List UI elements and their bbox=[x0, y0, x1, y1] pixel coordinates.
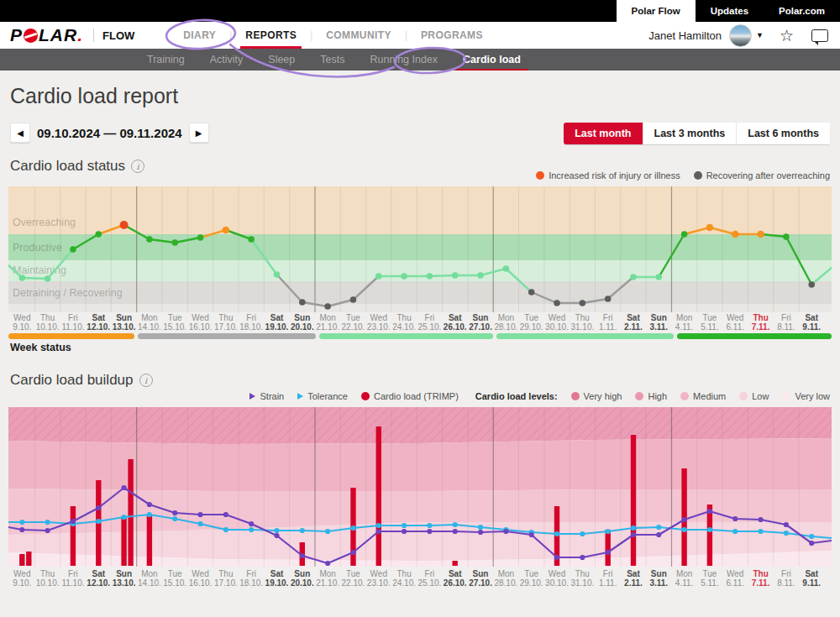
status-point[interactable] bbox=[580, 300, 586, 306]
status-point[interactable] bbox=[19, 275, 26, 281]
tolerance-point[interactable] bbox=[453, 522, 458, 527]
status-point[interactable] bbox=[70, 246, 76, 253]
info-icon[interactable]: i bbox=[139, 374, 153, 387]
feedback-chat-icon[interactable] bbox=[811, 29, 828, 42]
site-tab-updates[interactable]: Updates bbox=[696, 0, 764, 22]
trimp-bar[interactable] bbox=[26, 552, 31, 566]
strain-point[interactable] bbox=[554, 555, 559, 560]
status-point[interactable] bbox=[427, 273, 433, 280]
status-point[interactable] bbox=[554, 300, 560, 306]
tolerance-point[interactable] bbox=[274, 528, 279, 533]
strain-point[interactable] bbox=[707, 509, 712, 514]
tolerance-point[interactable] bbox=[197, 521, 202, 526]
subnav-item-training[interactable]: Training bbox=[134, 49, 197, 71]
tolerance-point[interactable] bbox=[656, 525, 661, 530]
nav-item-reports[interactable]: REPORTS bbox=[232, 22, 310, 49]
tolerance-point[interactable] bbox=[19, 520, 24, 525]
tolerance-point[interactable] bbox=[707, 527, 712, 532]
strain-point[interactable] bbox=[402, 529, 407, 534]
strain-point[interactable] bbox=[784, 522, 789, 527]
tolerance-point[interactable] bbox=[172, 516, 177, 521]
strain-point[interactable] bbox=[325, 561, 330, 566]
nav-item-diary[interactable]: DIARY bbox=[170, 22, 229, 49]
trimp-bar[interactable] bbox=[128, 459, 133, 566]
site-tab-polar-com[interactable]: Polar.com bbox=[764, 0, 840, 22]
tolerance-point[interactable] bbox=[402, 523, 407, 528]
strain-point[interactable] bbox=[147, 502, 152, 507]
trimp-bar[interactable] bbox=[376, 426, 381, 566]
trimp-bar[interactable] bbox=[606, 530, 611, 566]
status-point[interactable] bbox=[605, 295, 612, 302]
status-point[interactable] bbox=[757, 231, 764, 238]
status-point[interactable] bbox=[732, 231, 739, 238]
trimp-bar[interactable] bbox=[147, 515, 152, 566]
tolerance-point[interactable] bbox=[223, 527, 228, 532]
status-point[interactable] bbox=[146, 236, 153, 243]
subnav-item-activity[interactable]: Activity bbox=[197, 49, 256, 71]
prev-period-button[interactable]: ◀ bbox=[10, 123, 30, 143]
strain-point[interactable] bbox=[529, 532, 534, 537]
tolerance-point[interactable] bbox=[784, 531, 789, 536]
tolerance-point[interactable] bbox=[96, 519, 101, 524]
range-last-6-months-button[interactable]: Last 6 months bbox=[736, 123, 830, 144]
strain-point[interactable] bbox=[682, 517, 687, 522]
status-point[interactable] bbox=[630, 274, 637, 280]
tolerance-point[interactable] bbox=[758, 529, 763, 534]
strain-point[interactable] bbox=[427, 529, 432, 534]
range-last-month-button[interactable]: Last month bbox=[564, 123, 642, 144]
status-point[interactable] bbox=[808, 281, 815, 288]
status-point[interactable] bbox=[528, 289, 535, 295]
nav-item-community[interactable]: COMMUNITY bbox=[312, 22, 405, 49]
status-point[interactable] bbox=[503, 265, 510, 272]
cardio-load-buildup-chart[interactable] bbox=[8, 407, 832, 567]
strain-point[interactable] bbox=[732, 516, 738, 521]
trimp-bar[interactable] bbox=[19, 554, 24, 566]
strain-point[interactable] bbox=[172, 510, 177, 515]
status-point[interactable] bbox=[681, 231, 688, 238]
tolerance-point[interactable] bbox=[809, 534, 814, 539]
status-point[interactable] bbox=[299, 299, 306, 306]
status-point[interactable] bbox=[95, 231, 102, 238]
status-point[interactable] bbox=[324, 303, 331, 310]
status-point[interactable] bbox=[350, 296, 357, 303]
tolerance-point[interactable] bbox=[682, 527, 687, 532]
status-point[interactable] bbox=[197, 234, 204, 241]
chevron-down-icon[interactable]: ▼ bbox=[756, 31, 764, 39]
status-point[interactable] bbox=[401, 273, 407, 280]
tolerance-point[interactable] bbox=[478, 525, 483, 530]
status-point[interactable] bbox=[171, 239, 178, 246]
tolerance-point[interactable] bbox=[300, 528, 305, 533]
status-point[interactable] bbox=[477, 272, 484, 279]
info-icon[interactable]: i bbox=[131, 159, 144, 173]
strain-point[interactable] bbox=[376, 529, 381, 534]
avatar[interactable] bbox=[729, 24, 752, 47]
next-period-button[interactable]: ▶ bbox=[189, 123, 209, 143]
site-tab-polar-flow[interactable]: Polar Flow bbox=[617, 0, 696, 22]
strain-point[interactable] bbox=[71, 519, 76, 524]
range-last-3-months-button[interactable]: Last 3 months bbox=[643, 123, 737, 144]
tolerance-point[interactable] bbox=[325, 529, 330, 534]
trimp-bar[interactable] bbox=[71, 506, 76, 566]
status-point[interactable] bbox=[656, 274, 663, 280]
status-point[interactable] bbox=[452, 272, 459, 279]
subnav-item-cardio-load[interactable]: Cardio load bbox=[450, 49, 533, 71]
favorites-star-icon[interactable]: ☆ bbox=[780, 26, 794, 45]
trimp-bar[interactable] bbox=[121, 518, 126, 566]
status-point[interactable] bbox=[120, 221, 129, 229]
strain-point[interactable] bbox=[300, 553, 305, 558]
status-point[interactable] bbox=[248, 236, 255, 243]
status-point[interactable] bbox=[706, 224, 714, 232]
tolerance-point[interactable] bbox=[121, 515, 126, 520]
tolerance-point[interactable] bbox=[147, 512, 152, 517]
tolerance-point[interactable] bbox=[427, 523, 432, 528]
strain-point[interactable] bbox=[223, 512, 228, 517]
strain-point[interactable] bbox=[121, 485, 126, 490]
strain-point[interactable] bbox=[478, 530, 483, 535]
status-point[interactable] bbox=[375, 273, 382, 280]
tolerance-point[interactable] bbox=[606, 529, 611, 534]
tolerance-point[interactable] bbox=[732, 529, 738, 534]
tolerance-point[interactable] bbox=[631, 525, 636, 531]
tolerance-point[interactable] bbox=[554, 531, 559, 536]
polar-logo[interactable]: PLAR. bbox=[10, 25, 83, 45]
subnav-item-sleep[interactable]: Sleep bbox=[255, 49, 307, 71]
